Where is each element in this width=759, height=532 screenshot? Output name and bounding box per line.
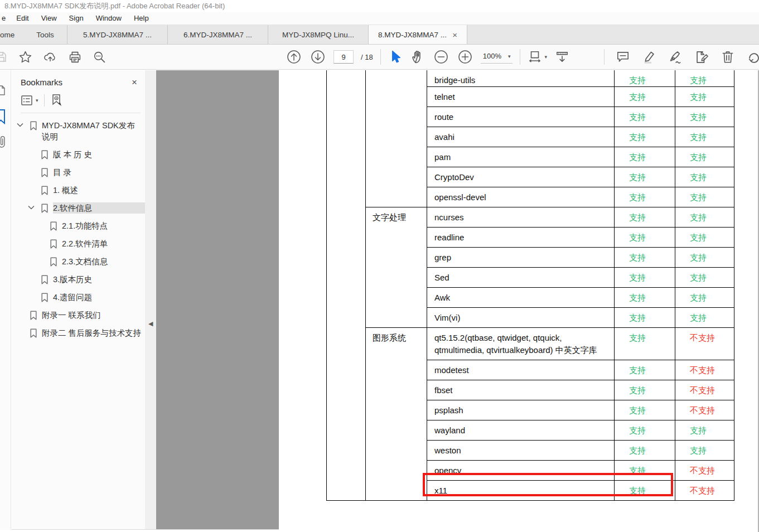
bookmarks-panel-title: Bookmarks xyxy=(21,78,62,87)
bookmark-label: 1. 概述 xyxy=(53,185,145,196)
bookmark-item[interactable]: 附录二 售后服务与技术支持 xyxy=(12,327,145,338)
bookmark-item[interactable]: 附录一 联系我们 xyxy=(12,309,145,321)
support-cell: 支持 xyxy=(615,167,675,187)
menu-window[interactable]: Window xyxy=(90,12,128,25)
category-cell xyxy=(366,70,427,207)
bookmark-item[interactable]: 3.版本历史 xyxy=(12,274,145,285)
highlight-icon[interactable] xyxy=(641,50,656,65)
tab-document-5[interactable]: 5.MYD-JX8MMA7 ... xyxy=(67,25,167,44)
menu-help[interactable]: Help xyxy=(128,12,155,25)
zoom-out-icon[interactable] xyxy=(433,49,449,65)
bookmark-item[interactable]: 2.软件信息 xyxy=(12,202,145,214)
page-display-icon[interactable]: ▾ xyxy=(528,50,547,64)
bookmark-item[interactable]: 2.1.功能特点 xyxy=(12,220,145,231)
print-icon[interactable] xyxy=(68,50,82,64)
package-cell: psplash xyxy=(427,400,615,420)
support-cell: 不支持 xyxy=(675,380,734,400)
support-cell: 支持 xyxy=(675,207,734,228)
bookmark-item[interactable]: 目 录 xyxy=(12,167,145,178)
support-cell: 支持 xyxy=(675,147,734,167)
tab-tools[interactable]: Tools xyxy=(23,25,67,44)
support-cell: 支持 xyxy=(615,268,675,288)
edit-pdf-icon[interactable] xyxy=(694,50,709,65)
add-bookmark-icon[interactable] xyxy=(50,94,64,107)
package-cell: avahi xyxy=(427,127,615,147)
category-cell: 图形系统 xyxy=(366,328,427,501)
bookmark-label: 附录一 联系我们 xyxy=(42,309,145,321)
menu-sign[interactable]: Sign xyxy=(63,12,90,25)
toolbar-left-group xyxy=(0,45,107,69)
panel-resize-strip xyxy=(145,70,156,530)
bookmark-icon xyxy=(41,168,49,177)
tab-document-6[interactable]: 6.MYD-JX8MMA7 ... xyxy=(167,25,268,44)
zoom-level-dropdown[interactable]: 100% ▾ xyxy=(481,50,513,64)
bookmark-item[interactable]: MYD-JX8MMA7 SDK发布说明 xyxy=(12,120,145,142)
close-icon[interactable]: × xyxy=(132,78,137,87)
toolbar-separator xyxy=(44,94,45,107)
support-cell: 支持 xyxy=(615,87,675,107)
bookmark-label: 3.版本历史 xyxy=(53,274,145,285)
cloud-upload-icon[interactable] xyxy=(43,50,57,64)
bookmark-item[interactable]: 1. 概述 xyxy=(12,185,145,196)
support-cell: 支持 xyxy=(675,268,734,288)
page-total-label: / 18 xyxy=(361,53,373,61)
chevron-down-icon: ▾ xyxy=(544,54,547,60)
tab-label: 8.MYD-JX8MMA7 ... xyxy=(378,31,447,39)
support-cell: 支持 xyxy=(675,420,734,441)
tab-close-icon[interactable]: × xyxy=(452,31,457,39)
category-cell: 文字处理 xyxy=(366,207,427,328)
bookmark-item[interactable]: 版 本 历 史 xyxy=(12,149,145,160)
zoom-in-icon[interactable] xyxy=(457,49,473,65)
save-icon[interactable] xyxy=(0,50,8,64)
next-page-icon[interactable] xyxy=(310,49,326,65)
hand-tool-icon[interactable] xyxy=(410,49,426,65)
page-thumbnails-icon[interactable] xyxy=(0,84,7,97)
menu-file-clipped[interactable]: e xyxy=(0,12,10,25)
support-cell: 支持 xyxy=(675,441,734,461)
bookmark-label: 4.遗留问题 xyxy=(53,292,145,303)
page-number-input[interactable] xyxy=(333,50,354,64)
menu-bar: e Edit View Sign Window Help xyxy=(0,12,759,25)
navigation-icon-strip xyxy=(0,70,11,530)
support-cell: 支持 xyxy=(675,228,734,248)
fill-sign-icon[interactable] xyxy=(668,50,683,65)
bookmark-options-icon[interactable]: ▾ xyxy=(21,95,38,106)
delete-pages-icon[interactable] xyxy=(721,50,735,64)
menu-edit[interactable]: Edit xyxy=(10,12,35,25)
tab-home[interactable]: ome xyxy=(0,25,23,44)
support-cell: 支持 xyxy=(675,308,734,328)
bookmark-icon xyxy=(41,293,49,302)
menu-view[interactable]: View xyxy=(35,12,63,25)
support-cell: 支持 xyxy=(615,228,675,248)
tab-document-mpq[interactable]: MYD-JX8MPQ Linu... xyxy=(268,25,368,44)
chevron-down-icon[interactable] xyxy=(27,205,36,210)
previous-page-icon[interactable] xyxy=(286,49,302,65)
support-cell: 不支持 xyxy=(675,328,734,360)
tab-bar: ome Tools 5.MYD-JX8MMA7 ... 6.MYD-JX8MMA… xyxy=(0,25,759,45)
opencv-highlight-box xyxy=(423,473,673,496)
support-cell: 支持 xyxy=(615,380,675,400)
search-icon[interactable] xyxy=(93,50,107,64)
tab-document-8-active[interactable]: 8.MYD-JX8MMA7 ... × xyxy=(368,25,467,44)
panel-collapse-icon[interactable]: ◀ xyxy=(148,320,153,327)
chevron-down-icon[interactable] xyxy=(16,123,25,128)
bookmark-label: 2.1.功能特点 xyxy=(62,220,145,231)
rotate-refresh-icon[interactable] xyxy=(746,50,759,65)
package-cell: qt5.15.2(qtbase, qtwidget, qtquick, qtmu… xyxy=(427,328,615,360)
package-cell: bridge-utils xyxy=(427,70,615,87)
package-cell: Awk xyxy=(427,288,615,308)
bookmark-label: 版 本 历 史 xyxy=(53,149,145,160)
comment-icon[interactable] xyxy=(616,50,630,64)
package-cell: modetest xyxy=(427,360,615,380)
package-cell: fbset xyxy=(427,380,615,400)
bookmark-item[interactable]: 4.遗留问题 xyxy=(12,292,145,303)
select-tool-icon[interactable] xyxy=(388,49,403,65)
bookmark-item[interactable]: 2.3.文档信息 xyxy=(12,256,145,267)
bookmark-icon xyxy=(41,275,49,284)
star-favorite-icon[interactable] xyxy=(18,50,32,64)
fit-width-icon[interactable] xyxy=(554,50,570,64)
package-cell: weston xyxy=(427,441,615,461)
attachments-icon[interactable] xyxy=(0,135,7,149)
bookmarks-panel-icon[interactable] xyxy=(0,109,7,124)
bookmark-item[interactable]: 2.2.软件清单 xyxy=(12,238,145,249)
